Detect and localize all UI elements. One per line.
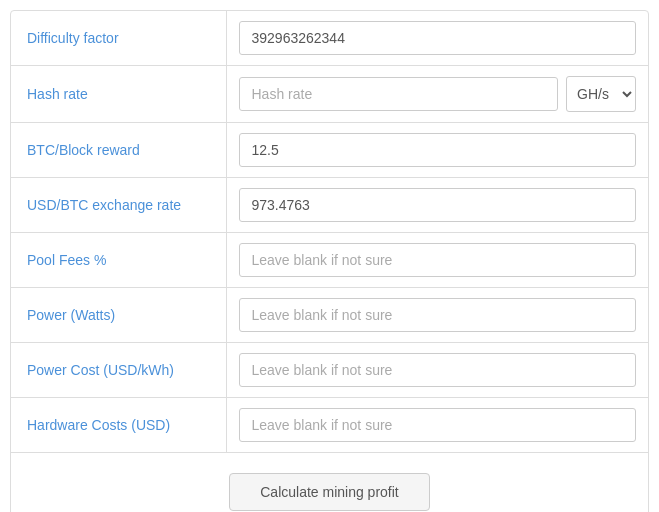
input-cell-difficulty-factor	[226, 11, 648, 66]
row-difficulty-factor: Difficulty factor	[11, 11, 648, 66]
input-cell-power-cost	[226, 343, 648, 398]
row-hardware-costs: Hardware Costs (USD)	[11, 398, 648, 453]
input-usd-btc-exchange-rate[interactable]	[239, 188, 637, 222]
calculator-form: Difficulty factorHash rateGH/sTH/sMH/sKH…	[10, 10, 649, 512]
input-cell-pool-fees	[226, 233, 648, 288]
input-pool-fees[interactable]	[239, 243, 637, 277]
button-row: Calculate mining profit	[11, 452, 648, 512]
input-btc-block-reward[interactable]	[239, 133, 637, 167]
form-table: Difficulty factorHash rateGH/sTH/sMH/sKH…	[11, 11, 648, 452]
input-cell-hash-rate: GH/sTH/sMH/sKH/sH/s	[226, 66, 648, 123]
row-pool-fees: Pool Fees %	[11, 233, 648, 288]
input-difficulty-factor[interactable]	[239, 21, 637, 55]
row-power-cost: Power Cost (USD/kWh)	[11, 343, 648, 398]
label-hardware-costs: Hardware Costs (USD)	[11, 398, 226, 453]
input-power-watts[interactable]	[239, 298, 637, 332]
label-difficulty-factor: Difficulty factor	[11, 11, 226, 66]
input-cell-power-watts	[226, 288, 648, 343]
input-cell-usd-btc-exchange-rate	[226, 178, 648, 233]
label-power-cost: Power Cost (USD/kWh)	[11, 343, 226, 398]
input-power-cost[interactable]	[239, 353, 637, 387]
label-pool-fees: Pool Fees %	[11, 233, 226, 288]
label-power-watts: Power (Watts)	[11, 288, 226, 343]
label-hash-rate: Hash rate	[11, 66, 226, 123]
calculate-button[interactable]: Calculate mining profit	[229, 473, 430, 511]
row-power-watts: Power (Watts)	[11, 288, 648, 343]
unit-select-hash-rate[interactable]: GH/sTH/sMH/sKH/sH/s	[566, 76, 636, 112]
input-hardware-costs[interactable]	[239, 408, 637, 442]
label-btc-block-reward: BTC/Block reward	[11, 123, 226, 178]
row-hash-rate: Hash rateGH/sTH/sMH/sKH/sH/s	[11, 66, 648, 123]
input-hash-rate[interactable]	[239, 77, 559, 111]
row-usd-btc-exchange-rate: USD/BTC exchange rate	[11, 178, 648, 233]
label-usd-btc-exchange-rate: USD/BTC exchange rate	[11, 178, 226, 233]
row-btc-block-reward: BTC/Block reward	[11, 123, 648, 178]
input-cell-btc-block-reward	[226, 123, 648, 178]
input-cell-hardware-costs	[226, 398, 648, 453]
